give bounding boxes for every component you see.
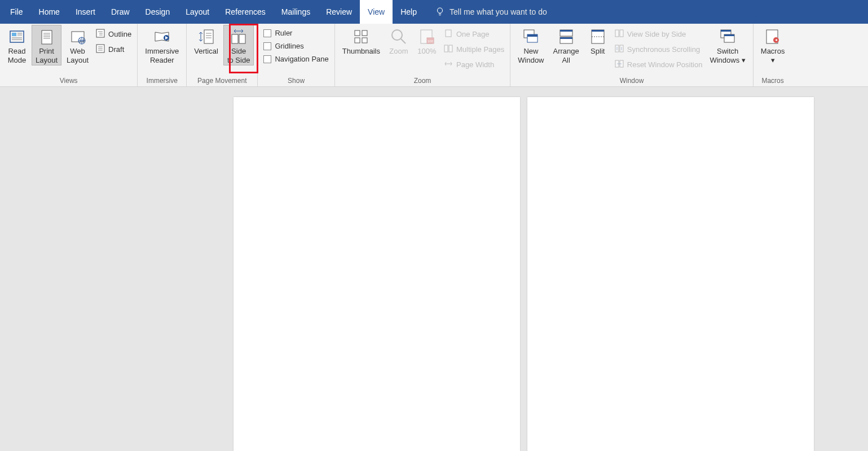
side-to-side-button[interactable]: Sideto Side [223,25,254,65]
svg-rect-60 [724,34,734,36]
multiple-pages-label: Multiple Pages [456,45,504,54]
svg-rect-38 [446,30,451,37]
synchronous-scrolling-icon [615,44,624,55]
navigation-pane-label: Navigation Pane [275,55,328,63]
document-page [233,97,520,451]
web-layout-button[interactable]: WebLayout [63,25,92,65]
arrange-all-label: ArrangeAll [553,47,579,65]
hundred-percent-label: 100% [417,47,436,56]
group-immersive: ImmersiveReader Immersive [138,24,187,86]
split-label: Split [591,47,605,56]
immersive-reader-label: ImmersiveReader [145,47,179,65]
tab-references[interactable]: References [217,0,274,24]
side-to-side-icon [230,28,248,46]
svg-rect-31 [355,38,360,43]
svg-rect-32 [362,38,367,43]
page-width-button: Page Width [442,58,506,72]
gridlines-checkbox[interactable]: Gridlines [261,40,331,52]
page-width-label: Page Width [456,60,494,69]
group-macros: Macros▾ Macros [754,24,792,86]
print-layout-button[interactable]: PrintLayout [32,25,61,65]
svg-point-0 [438,8,443,13]
zoom-icon [390,28,408,46]
tab-insert[interactable]: Insert [68,0,103,24]
print-layout-label: PrintLayout [36,47,58,65]
svg-rect-51 [615,30,619,37]
group-page-movement-label: Page Movement [190,76,254,86]
navigation-pane-checkbox[interactable]: Navigation Pane [261,53,331,65]
read-mode-button[interactable]: ReadMode [3,25,30,65]
tab-mailings[interactable]: Mailings [274,0,318,24]
svg-text:100: 100 [428,40,434,43]
draft-button[interactable]: Draft [94,42,134,56]
arrange-all-icon [557,28,575,46]
zoom-button: Zoom [385,25,412,56]
checkbox-icon [263,29,271,37]
checkbox-icon [263,55,271,63]
switch-windows-button[interactable]: SwitchWindows ▾ [706,25,749,65]
svg-rect-49 [592,30,604,32]
switch-windows-icon [719,28,737,46]
svg-rect-28 [239,34,245,43]
svg-rect-23 [204,30,213,43]
vertical-button[interactable]: Vertical [190,25,222,56]
immersive-reader-icon [153,28,171,46]
svg-rect-2 [12,33,16,36]
macros-button[interactable]: Macros▾ [757,25,789,65]
read-mode-label: ReadMode [8,47,27,65]
vertical-label: Vertical [194,47,218,56]
hundred-percent-icon: 100 [418,28,436,46]
reset-window-position-button: Reset Window Position [613,58,705,72]
thumbnails-icon [352,28,370,46]
document-canvas[interactable] [0,87,868,451]
split-icon [589,28,607,46]
ruler-checkbox[interactable]: Ruler [261,27,331,39]
new-window-label: NewWindow [518,47,544,65]
outline-button[interactable]: Outline [94,27,134,41]
tell-me-label: Tell me what you want to do [450,7,547,16]
macros-label: Macros▾ [761,47,785,65]
group-show-label: Show [261,76,331,86]
group-window-label: Window [514,76,750,86]
arrange-all-button[interactable]: ArrangeAll [549,25,583,65]
svg-point-33 [392,30,402,40]
tab-view[interactable]: View [360,0,393,24]
macros-icon [764,28,782,46]
tab-help[interactable]: Help [393,0,425,24]
svg-line-34 [401,39,406,43]
draft-icon [96,44,105,55]
draft-label: Draft [108,45,124,54]
svg-rect-52 [620,30,623,37]
svg-rect-12 [72,32,84,42]
tab-draw[interactable]: Draw [103,0,138,24]
synchronous-scrolling-button: Synchronous Scrolling [613,42,705,56]
svg-rect-45 [560,30,572,32]
gridlines-label: Gridlines [275,42,303,50]
page-width-icon [444,59,453,70]
split-button[interactable]: Split [584,25,611,56]
group-views-label: Views [3,76,134,86]
tab-layout[interactable]: Layout [178,0,217,24]
one-page-button: One Page [442,27,506,41]
tab-review[interactable]: Review [318,0,360,24]
immersive-reader-button[interactable]: ImmersiveReader [141,25,183,65]
thumbnails-label: Thumbnails [342,47,380,56]
vertical-icon [197,28,215,46]
tell-me-search[interactable]: Tell me what you want to do [435,6,547,18]
synchronous-scrolling-label: Synchronous Scrolling [627,45,700,54]
multiple-pages-icon [444,44,453,55]
tab-home[interactable]: Home [31,0,68,24]
svg-rect-27 [232,34,238,43]
svg-rect-7 [42,30,52,44]
tab-design[interactable]: Design [138,0,178,24]
svg-rect-39 [444,45,448,52]
print-layout-icon [38,28,56,46]
new-window-icon [522,28,540,46]
chevron-down-icon: ▾ [771,56,775,64]
svg-rect-48 [592,30,604,43]
new-window-button[interactable]: NewWindow [514,25,548,65]
switch-windows-label: SwitchWindows ▾ [710,47,745,65]
svg-rect-58 [721,30,731,32]
tab-file[interactable]: File [2,0,31,24]
thumbnails-button[interactable]: Thumbnails [338,25,384,56]
